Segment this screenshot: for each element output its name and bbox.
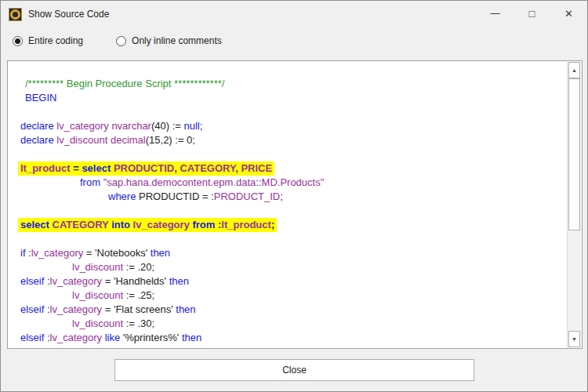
code-segment: then [182,332,201,343]
code-line: where PRODUCTID = :PRODUCT_ID; [20,190,568,204]
code-line: declare lv_category nvarchar(40) := null… [20,119,568,133]
code-segment: lv_category [133,219,190,230]
radio-entire-coding[interactable]: Entire coding [13,35,83,46]
code-segment: declare [20,120,54,132]
code-segment: lv_discount [72,318,123,329]
code-segment: : [26,247,31,259]
window-title: Show Source Code [28,9,109,20]
code-segment: elseif [20,332,44,343]
code-segment: (40) := [151,120,184,132]
code-line: elseif :lv_category = 'Handhelds' then [20,274,568,289]
code-segment: = 'Handhelds' [102,275,169,287]
code-segment: : [44,332,49,343]
code-segment: from [80,176,100,188]
code-segment: from [192,219,215,230]
code-segment: /********* Begin Procedure Script ******… [25,78,224,89]
code-line: lt_product = select PRODUCTID, CATEGORY,… [20,162,568,176]
code-segment: select [82,162,111,174]
code-lines: /********* Begin Procedure Script ******… [8,61,568,348]
code-segment: lv_discount [72,261,123,273]
code-line [20,204,568,218]
code-segment: lt_product [221,219,271,230]
code-segment: : [44,275,49,287]
code-line: select CATEGORY into lv_category from :l… [20,218,568,232]
code-segment: lv_category [50,275,102,287]
code-segment: select [20,219,49,230]
scroll-down-icon[interactable]: ▼ [568,331,580,347]
code-segment: elseif [20,275,44,287]
code-line: BEGIN [20,91,568,105]
code-segment: ; [280,191,283,202]
radio-label-entire-coding: Entire coding [28,35,83,46]
titlebar: Show Source Code — □ ✕ [1,1,587,27]
vertical-scrollbar[interactable]: ▲ ▼ [567,62,581,347]
highlighted-code: select CATEGORY into lv_category from :l… [18,218,277,232]
app-logo-icon [9,8,22,21]
code-segment: lt_product [20,162,71,174]
code-segment: :: [256,176,261,188]
code-segment: "sap.hana.democontent.epm.data [103,176,256,188]
code-segment: decimal [111,134,146,146]
code-segment: := .30; [123,318,154,329]
view-options: Entire coding Only inline comments [13,35,255,46]
code-segment: then [176,303,195,315]
code-segment: like [105,332,121,343]
radio-only-inline-comments[interactable]: Only inline comments [116,35,222,46]
window-controls: — □ ✕ [477,1,587,26]
radio-unselected-icon [116,36,126,46]
code-segment: MD.Products" [262,176,325,188]
close-button[interactable]: Close [114,359,474,381]
code-segment: lv_category [50,303,102,315]
code-segment: nvarchar [111,120,151,132]
scrollbar-thumb[interactable] [568,78,580,230]
code-segment: lv_category [56,120,108,132]
code-segment: lv_category [50,332,102,343]
code-segment: : [44,303,49,315]
radio-selected-icon [13,36,23,46]
code-segment: then [151,247,170,259]
code-segment: = [71,162,82,174]
close-icon[interactable]: ✕ [550,1,587,26]
code-segment: PRODUCTID = : [136,191,213,202]
code-segment: then [169,275,189,287]
code-line: elseif :lv_category like '%printers%' th… [20,331,568,345]
code-segment: ; [271,219,274,230]
code-segment: into [111,219,130,230]
code-segment: null [184,120,200,132]
code-line [20,147,568,162]
code-line: lv_discount := .20; [20,260,568,274]
code-segment: lv_discount [72,289,123,301]
code-segment: = 'Notebooks' [83,247,151,259]
code-segment: lv_discount [56,134,107,146]
code-line: elseif :lv_category = 'Flat screens' the… [20,303,568,317]
maximize-icon[interactable]: □ [514,1,550,26]
code-segment: BEGIN [25,92,56,103]
minimize-icon[interactable]: — [477,1,514,26]
code-line: lv_discount := .30; [20,317,568,331]
scroll-up-icon[interactable]: ▲ [568,62,580,78]
highlighted-code: lt_product = select PRODUCTID, CATEGORY,… [18,162,274,176]
code-line: from "sap.hana.democontent.epm.data::MD.… [20,176,568,190]
code-segment: := .25; [123,289,154,301]
code-segment: = 'Flat screens' [102,303,176,315]
code-line [20,105,568,119]
code-segment: ; [200,120,203,132]
show-source-code-dialog: Show Source Code — □ ✕ Entire coding Onl… [0,0,588,392]
code-segment: lv_category [31,247,83,259]
code-segment: (15,2) := 0; [146,134,195,146]
code-segment: := .20; [123,261,154,273]
radio-label-only-inline-comments: Only inline comments [132,35,222,46]
code-line [20,232,568,246]
code-segment: PRODUCTID, CATEGORY, PRICE [114,162,272,174]
code-line: lv_discount := .25; [20,289,568,303]
code-segment: declare [20,134,54,146]
code-line: declare lv_discount decimal(15,2) := 0; [20,133,568,147]
code-line: /********* Begin Procedure Script ******… [20,77,568,91]
app-logo-ring [10,9,20,20]
code-segment: PRODUCT_ID [214,191,281,202]
code-segment: elseif [20,303,44,315]
code-segment: '%printers%' [120,332,182,343]
code-segment: where [108,191,136,202]
source-code-panel: /********* Begin Procedure Script ******… [7,60,583,349]
code-line: if :lv_category = 'Notebooks' then [20,246,568,260]
